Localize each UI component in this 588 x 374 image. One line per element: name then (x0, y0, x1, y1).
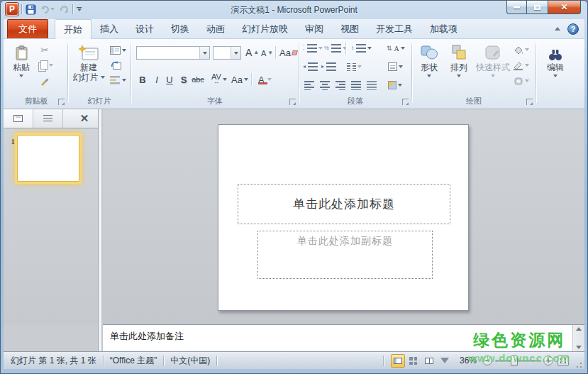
tab-insert[interactable]: 插入 (91, 19, 127, 38)
font-size-dropdown[interactable] (231, 47, 240, 59)
undo-button[interactable] (40, 3, 55, 16)
align-center-button[interactable] (318, 79, 331, 92)
clear-formatting-button[interactable]: Aa (279, 46, 297, 59)
columns-button[interactable] (347, 60, 362, 73)
align-text-button[interactable] (388, 60, 403, 73)
tab-developer[interactable]: 开发工具 (367, 19, 421, 38)
zoom-slider[interactable] (495, 360, 540, 362)
paste-button[interactable]: 粘贴 (9, 43, 34, 77)
chevron-down-icon (244, 78, 248, 81)
font-name-dropdown[interactable] (199, 47, 209, 59)
shrink-font-button[interactable]: A▼ (261, 47, 274, 60)
cut-button[interactable]: ✂ (38, 43, 51, 56)
slides-tab[interactable] (4, 109, 33, 128)
tab-transitions[interactable]: 切换 (162, 19, 198, 38)
clipboard-dialog-launcher[interactable] (58, 99, 65, 105)
tab-animations[interactable]: 动画 (198, 19, 233, 38)
shapes-button[interactable]: 形状 (416, 43, 443, 77)
font-size-combobox[interactable] (213, 46, 241, 60)
redo-button[interactable] (58, 3, 70, 16)
outline-tab[interactable] (33, 109, 63, 128)
bold-button[interactable]: B (136, 73, 149, 86)
align-left-icon (304, 81, 314, 90)
distribute-button[interactable] (365, 79, 378, 92)
reset-slide-button[interactable] (110, 59, 123, 72)
text-shadow-button[interactable]: S (177, 73, 190, 86)
tab-view[interactable]: 视图 (332, 19, 367, 38)
scroll-down-icon[interactable] (576, 346, 582, 349)
layout-button[interactable] (110, 44, 126, 57)
tab-slideshow[interactable]: 幻灯片放映 (233, 19, 296, 38)
tab-addins[interactable]: 加载项 (421, 19, 466, 38)
slide-sorter-view-button[interactable] (406, 354, 421, 368)
collapse-ribbon-icon[interactable] (555, 27, 560, 31)
paragraph-dialog-launcher[interactable] (402, 99, 409, 105)
resize-grip[interactable] (575, 361, 583, 369)
tab-file[interactable]: 文件 (7, 19, 48, 38)
notes-placeholder[interactable]: 单击此处添加备注 (103, 325, 584, 343)
decrease-indent-button[interactable]: ◂ (303, 60, 318, 73)
copy-button[interactable] (38, 59, 53, 72)
notes-pane[interactable]: 单击此处添加备注 (103, 324, 584, 351)
slide-thumbnail[interactable] (17, 135, 79, 182)
help-button[interactable]: ? (567, 23, 579, 35)
theme-name[interactable]: “Office 主题” (110, 355, 157, 367)
tab-design[interactable]: 设计 (127, 19, 162, 38)
format-painter-button[interactable] (38, 75, 51, 87)
slideshow-view-button[interactable] (438, 354, 452, 368)
panel-splitter[interactable] (98, 109, 103, 324)
minimize-button[interactable] (506, 1, 527, 14)
justify-button[interactable] (350, 79, 362, 92)
line-spacing-icon (356, 44, 366, 53)
title-placeholder[interactable]: 单击此处添加标题 (238, 184, 450, 224)
slide-canvas[interactable]: 单击此处添加标题 单击此处添加副标题 (218, 124, 469, 311)
align-right-button[interactable] (334, 79, 347, 92)
customize-qat-button[interactable] (76, 3, 82, 16)
convert-smartart-button[interactable] (388, 79, 402, 92)
shape-outline-button[interactable] (514, 59, 529, 72)
fit-to-window-button[interactable] (558, 356, 569, 366)
tab-review[interactable]: 审阅 (296, 19, 332, 38)
arrange-button[interactable]: 排列 (445, 43, 472, 77)
reading-view-button[interactable] (422, 354, 436, 368)
change-case-button[interactable]: Aa (231, 73, 248, 86)
maximize-button[interactable] (527, 1, 548, 14)
font-name-combobox[interactable] (136, 46, 210, 60)
subtitle-placeholder[interactable]: 单击此处添加副标题 (257, 231, 433, 279)
language-indicator[interactable]: 中文(中国) (170, 355, 210, 367)
zoom-out-button[interactable]: − (482, 356, 492, 365)
powerpoint-app-icon[interactable]: P (6, 3, 18, 16)
underline-button[interactable]: U (163, 73, 176, 86)
close-button[interactable]: ✕ (548, 1, 581, 14)
strikethrough-button[interactable]: abc (192, 73, 204, 86)
increase-indent-button[interactable]: ▸ (321, 60, 336, 73)
font-color-button[interactable]: A (257, 73, 272, 86)
close-panel-button[interactable]: ✕ (71, 109, 98, 128)
quick-styles-button[interactable]: 快速样式 (475, 43, 511, 77)
zoom-level[interactable]: 36% (460, 356, 477, 365)
notes-splitter[interactable] (98, 324, 103, 351)
save-button[interactable] (25, 3, 37, 16)
tab-home[interactable]: 开始 (55, 19, 91, 39)
italic-button[interactable]: I (150, 73, 163, 86)
text-direction-button[interactable]: ⇅A (387, 42, 405, 55)
drawing-dialog-launcher[interactable] (526, 99, 533, 105)
new-slide-button[interactable]: 新建 幻灯片 (70, 43, 107, 82)
editing-button[interactable]: 编辑 (540, 43, 570, 77)
undo-dropdown-arrow-icon[interactable] (50, 8, 55, 11)
numbering-button[interactable]: ½ (324, 42, 347, 55)
bullets-button[interactable]: ⁚ (303, 42, 323, 55)
notes-scrollbar[interactable] (572, 325, 584, 351)
section-button[interactable] (110, 74, 126, 87)
normal-view-button[interactable] (391, 354, 405, 368)
scroll-up-icon[interactable] (576, 327, 582, 331)
zoom-slider-thumb[interactable] (511, 356, 518, 366)
grow-font-button[interactable]: A▲ (245, 46, 260, 59)
shape-fill-button[interactable] (514, 43, 529, 56)
font-dialog-launcher[interactable] (289, 99, 296, 105)
zoom-in-button[interactable]: + (543, 356, 553, 365)
shape-effects-button[interactable] (514, 75, 529, 87)
line-spacing-button[interactable]: ↕ (351, 42, 372, 55)
align-left-button[interactable] (303, 79, 316, 92)
character-spacing-button[interactable]: AV↔ (211, 73, 227, 86)
